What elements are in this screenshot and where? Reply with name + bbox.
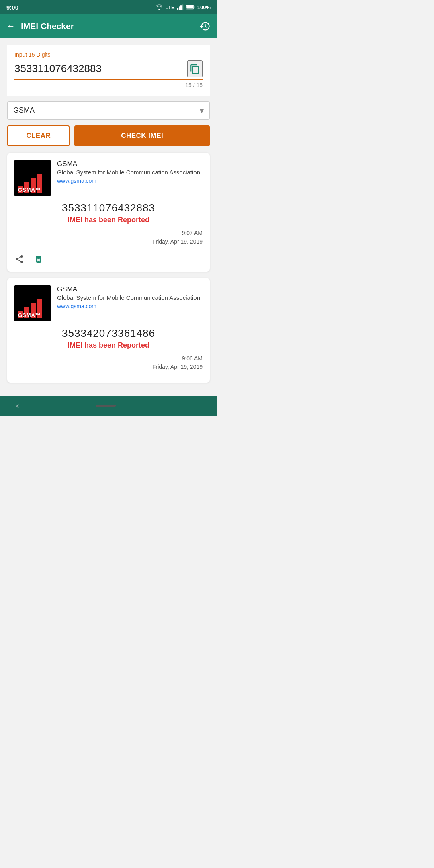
svg-rect-3 (182, 5, 183, 10)
dropdown-selected: GSMA (13, 106, 200, 115)
gsma-logo-text: GSMA™ (18, 187, 41, 193)
org-full-2: Global System for Mobile Communication A… (57, 294, 203, 301)
org-link-2[interactable]: www.gsma.com (57, 303, 96, 309)
result-datetime-1: 9:07 AM Friday, Apr 19, 2019 (14, 229, 203, 246)
gsma-logo-1: GSMA™ (14, 160, 51, 196)
result-imei-1: 353311076432883 (14, 202, 203, 214)
card-header-2: GSMA™ GSMA Global System for Mobile Comm… (14, 285, 203, 321)
check-imei-button[interactable]: CHECK IMEI (74, 125, 210, 146)
result-card-1: GSMA™ GSMA Global System for Mobile Comm… (7, 153, 210, 272)
result-status-1: IMEI has been Reported (14, 216, 203, 224)
status-icons: LTE 100% (156, 4, 211, 10)
input-label: Input 15 Digits (14, 51, 203, 58)
input-section: Input 15 Digits 15 / 15 (7, 45, 210, 96)
delete-button-1[interactable] (34, 253, 43, 264)
result-imei-2: 353342073361486 (14, 327, 203, 340)
action-buttons: CLEAR CHECK IMEI (7, 125, 210, 146)
history-icon[interactable] (199, 20, 211, 32)
bottom-nav-bar: ‹ (0, 396, 217, 416)
result-date-2: Friday, Apr 19, 2019 (152, 364, 203, 370)
svg-rect-5 (194, 6, 194, 8)
home-indicator (96, 405, 116, 407)
battery-label: 100% (197, 4, 211, 10)
result-time-1: 9:07 AM (182, 230, 203, 236)
svg-rect-6 (186, 6, 193, 8)
card-actions-1 (14, 250, 203, 264)
org-full-1: Global System for Mobile Communication A… (57, 169, 203, 176)
gsma-logo-2: GSMA™ (14, 285, 51, 321)
battery-icon (186, 5, 195, 10)
result-card-2: GSMA™ GSMA Global System for Mobile Comm… (7, 278, 210, 383)
card-info-1: GSMA Global System for Mobile Communicat… (57, 160, 203, 184)
status-time: 9:00 (6, 4, 18, 11)
back-button[interactable]: ← (6, 21, 15, 31)
svg-rect-1 (179, 6, 180, 10)
svg-rect-2 (180, 5, 182, 10)
clipboard-button[interactable] (187, 60, 203, 77)
result-date-1: Friday, Apr 19, 2019 (152, 238, 203, 245)
status-bar: 9:00 LTE 100% (0, 0, 217, 14)
lte-label: LTE (165, 4, 175, 10)
wifi-icon (156, 4, 163, 10)
share-button-1[interactable] (14, 253, 24, 264)
org-name-1: GSMA (57, 160, 203, 168)
org-link-1[interactable]: www.gsma.com (57, 178, 96, 184)
app-title: IMEI Checker (21, 21, 199, 31)
result-datetime-2: 9:06 AM Friday, Apr 19, 2019 (14, 354, 203, 371)
input-row (14, 60, 203, 80)
main-content: Input 15 Digits 15 / 15 GSMA ▾ CLEAR CHE… (0, 38, 217, 396)
card-header-1: GSMA™ GSMA Global System for Mobile Comm… (14, 160, 203, 196)
org-name-2: GSMA (57, 285, 203, 293)
bottom-back-button[interactable]: ‹ (16, 401, 19, 411)
char-count: 15 / 15 (14, 82, 203, 88)
result-status-2: IMEI has been Reported (14, 341, 203, 350)
signal-icon (177, 4, 184, 10)
app-bar: ← IMEI Checker (0, 14, 217, 38)
clear-button[interactable]: CLEAR (7, 125, 70, 146)
card-info-2: GSMA Global System for Mobile Communicat… (57, 285, 203, 310)
result-time-2: 9:06 AM (182, 355, 203, 362)
imei-input[interactable] (14, 62, 187, 75)
gsma-logo-text-2: GSMA™ (18, 312, 41, 318)
svg-rect-0 (177, 8, 178, 10)
database-dropdown[interactable]: GSMA ▾ (7, 101, 210, 120)
chevron-down-icon: ▾ (200, 106, 204, 115)
